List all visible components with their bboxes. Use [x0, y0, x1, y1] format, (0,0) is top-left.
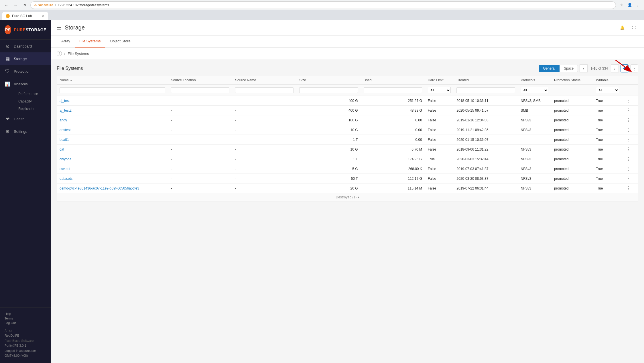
fs-name-link[interactable]: bca01	[60, 138, 69, 142]
row-more-button[interactable]: ⋮	[625, 117, 632, 123]
row-more-button[interactable]: ⋮	[625, 176, 632, 181]
fs-name-link[interactable]: chiyoda	[60, 157, 71, 161]
filter-hard-limit[interactable]: All True False	[425, 85, 454, 96]
filter-protocols[interactable]: All	[518, 85, 552, 96]
storage-icon: ▦	[5, 56, 10, 62]
tab-array[interactable]: Array	[57, 35, 75, 48]
fs-name-link[interactable]: aj_test2	[60, 108, 72, 113]
cell-source-name: -	[232, 184, 296, 193]
back-button[interactable]: ←	[3, 2, 10, 9]
cell-hard-limit: False	[425, 164, 454, 174]
sidebar-footer: Help Terms Log Out Array RedDotFB FlashB…	[0, 307, 51, 363]
cell-hard-limit: False	[425, 135, 454, 145]
row-more-button[interactable]: ⋮	[625, 156, 632, 162]
subnav-replication[interactable]: Replication	[14, 105, 51, 113]
browser-toolbar: ← → ↻ ⚠ Not secure 10.226.224.182/storag…	[0, 0, 644, 10]
filter-name[interactable]	[57, 85, 168, 96]
space-view-button[interactable]: Space	[560, 65, 578, 72]
cell-name: aj_test	[57, 96, 168, 106]
cell-created: 2020-03-03 15:32:44	[454, 154, 518, 164]
row-more-button[interactable]: ⋮	[625, 127, 632, 133]
fs-name-link[interactable]: datasets	[60, 177, 72, 181]
sidebar-item-storage[interactable]: ▦ Storage	[0, 52, 51, 65]
filter-promotion-status	[551, 85, 593, 96]
general-view-button[interactable]: General	[539, 65, 560, 72]
sidebar-item-protection[interactable]: 🛡 Protection	[0, 65, 51, 78]
destroyed-row[interactable]: Destroyed (1) ▾	[57, 193, 638, 202]
cell-hard-limit: False	[425, 125, 454, 135]
fs-name-link[interactable]: aj_test	[60, 99, 70, 103]
row-more-button[interactable]: ⋮	[625, 186, 632, 191]
cell-source-location: -	[168, 96, 232, 106]
cell-created: 2020-05-15 09:41:57	[454, 106, 518, 115]
cell-size: 5 G	[296, 164, 361, 174]
breadcrumb-current: File Systems	[68, 52, 89, 56]
writable-select[interactable]: All True False	[596, 87, 619, 93]
tab-close[interactable]: ✕	[42, 14, 45, 18]
fs-name-link[interactable]: csvtest	[60, 167, 70, 171]
size-filter[interactable]	[299, 87, 358, 93]
tab-objectstore[interactable]: Object Store	[105, 35, 135, 48]
software-version: Purity//FB 3.0.1	[5, 344, 26, 347]
sidebar-item-settings[interactable]: ⚙ Settings	[0, 125, 51, 138]
help-link[interactable]: Help	[5, 312, 46, 315]
filter-size[interactable]	[296, 85, 361, 96]
filter-used[interactable]	[361, 85, 425, 96]
profile-button[interactable]: 👤	[626, 2, 633, 9]
col-used: Used	[361, 76, 425, 85]
row-more-button[interactable]: ⋮	[625, 98, 632, 103]
hamburger-icon[interactable]: ☰	[57, 25, 61, 31]
logout-link[interactable]: Log Out	[5, 321, 46, 325]
fullscreen-button[interactable]: ⛶	[629, 23, 638, 32]
protocols-select[interactable]: All	[521, 87, 549, 93]
fs-name-link[interactable]: cat	[60, 147, 64, 151]
col-actions	[622, 76, 638, 85]
forward-button[interactable]: →	[12, 2, 19, 9]
browser-tab[interactable]: Pure SG Lab ✕	[2, 12, 48, 20]
url-bar[interactable]: ⚠ Not secure 10.226.224.182/storage/file…	[30, 1, 616, 9]
filter-writable[interactable]: All True False	[593, 85, 622, 96]
source-name-filter[interactable]	[235, 87, 294, 93]
hard-limit-select[interactable]: All True False	[428, 87, 451, 93]
fs-name-link[interactable]: demo-pvc-4e801436-ac07-11e9-b09f-005056a…	[60, 186, 139, 190]
source-location-filter[interactable]	[171, 87, 229, 93]
reload-button[interactable]: ↻	[21, 2, 28, 9]
next-page-button[interactable]: ›	[611, 64, 619, 72]
more-actions-button[interactable]: ⋮	[630, 64, 638, 72]
filter-source-name[interactable]	[232, 85, 296, 96]
name-filter-input[interactable]	[60, 87, 165, 93]
tab-filesystems[interactable]: File Systems	[75, 35, 105, 48]
row-more-button[interactable]: ⋮	[625, 108, 632, 113]
filter-created[interactable]	[454, 85, 518, 96]
prev-page-button[interactable]: ‹	[580, 64, 588, 72]
more-button[interactable]: ⋮	[634, 2, 641, 9]
add-filesystem-button[interactable]: +	[621, 64, 629, 72]
subnav-capacity[interactable]: Capacity	[14, 98, 51, 105]
sidebar-item-analysis[interactable]: 📊 Analysis	[0, 78, 51, 90]
col-name[interactable]: Name ▲	[57, 76, 168, 85]
row-more-button[interactable]: ⋮	[625, 147, 632, 152]
tab-favicon	[6, 14, 10, 18]
sidebar-item-health[interactable]: ❤ Health	[0, 113, 51, 125]
subnav-performance[interactable]: Performance	[14, 90, 51, 98]
bookmark-button[interactable]: ☆	[618, 2, 625, 9]
destroyed-label[interactable]: Destroyed (1) ▾	[57, 193, 638, 202]
row-more-button[interactable]: ⋮	[625, 166, 632, 171]
row-more-button[interactable]: ⋮	[625, 137, 632, 142]
terms-link[interactable]: Terms	[5, 317, 46, 320]
notification-button[interactable]: 🔔	[618, 23, 627, 32]
fs-name-link[interactable]: andy	[60, 118, 67, 122]
used-filter[interactable]	[364, 87, 422, 93]
fs-name-link[interactable]: anstest	[60, 128, 71, 132]
sidebar-item-label: Storage	[14, 57, 27, 61]
cell-promotion-status: promoted	[551, 145, 593, 154]
cell-source-location: -	[168, 174, 232, 184]
cell-protocols: NFSv3	[518, 125, 552, 135]
cell-used: 48.93 G	[361, 106, 425, 115]
cell-source-name: -	[232, 125, 296, 135]
cell-source-name: -	[232, 106, 296, 115]
sidebar-item-dashboard[interactable]: ⊙ Dashboard	[0, 40, 51, 52]
header-actions: 🔔 ⛶	[618, 23, 638, 32]
filter-source-location[interactable]	[168, 85, 232, 96]
created-filter[interactable]	[456, 87, 515, 93]
